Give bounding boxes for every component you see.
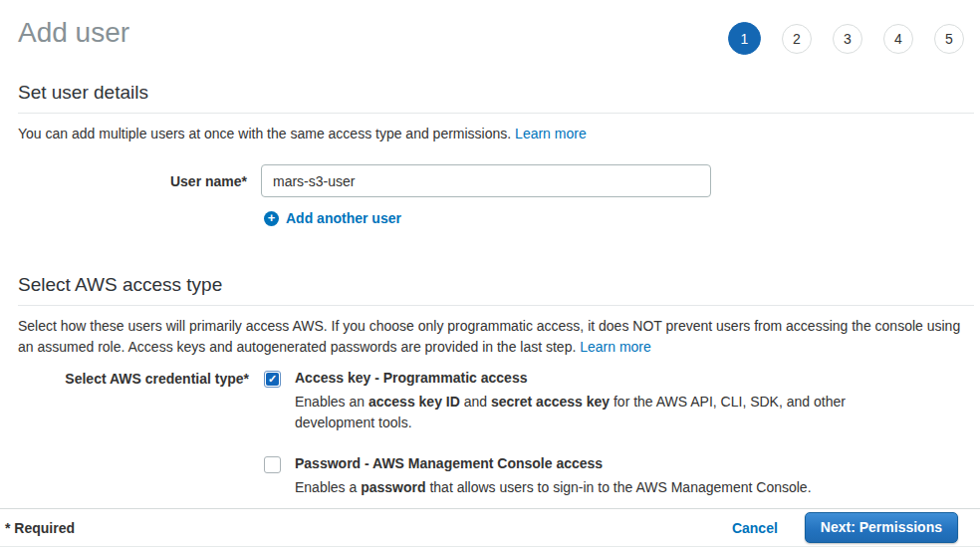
console-access-checkbox[interactable] [264,456,281,473]
select-access-type-section: Select AWS access type Select how these … [0,274,980,498]
credential-type-row: Select AWS credential type* ✓ Access key… [18,370,974,498]
programmatic-access-checkbox[interactable]: ✓ [264,371,281,388]
user-name-input[interactable] [261,164,711,197]
add-another-user-label[interactable]: Add another user [286,210,401,226]
desc-text-bold: access key ID [368,394,460,410]
required-note: * Required [5,520,75,536]
desc-text: Enables a [295,479,361,495]
step-1-badge: 1 [728,22,761,55]
wizard-step-indicator: 1 2 3 4 5 [728,22,964,55]
page-header: Add user 1 2 3 4 5 [0,0,980,55]
desc-text-bold: secret access key [491,394,610,410]
learn-more-link-access-type[interactable]: Learn more [580,339,651,355]
user-details-intro-text: You can add multiple users at once with … [18,126,511,141]
step-5-badge: 5 [934,24,964,54]
option-console-access: Password - AWS Management Console access… [264,455,849,498]
console-access-desc: Enables a password that allows users to … [295,477,812,498]
section-heading-access-type: Select AWS access type [18,274,974,306]
footer-actions: Cancel Next: Permissions [732,512,958,543]
credential-options: ✓ Access key - Programmatic access Enabl… [264,370,849,498]
desc-text: that allows users to sign-in to the AWS … [426,479,812,495]
user-details-intro: You can add multiple users at once with … [18,124,974,144]
access-type-intro: Select how these users will primarily ac… [18,316,974,358]
learn-more-link-user-details[interactable]: Learn more [515,126,587,141]
wizard-footer: * Required Cancel Next: Permissions [0,508,980,547]
console-access-text: Password - AWS Management Console access… [295,455,812,498]
step-3-badge: 3 [833,24,862,54]
checkmark-icon: ✓ [266,373,279,386]
next-permissions-button[interactable]: Next: Permissions [805,512,958,543]
step-2-badge: 2 [782,24,812,54]
set-user-details-section: Set user details You can add multiple us… [0,82,980,226]
plus-circle-icon[interactable]: + [264,211,279,226]
user-name-label: User name* [18,173,247,189]
option-programmatic-access: ✓ Access key - Programmatic access Enabl… [264,370,849,433]
programmatic-access-text: Access key - Programmatic access Enables… [295,370,849,433]
desc-text: Enables an [295,394,368,410]
add-another-user-link[interactable]: + Add another user [264,210,401,226]
credential-type-label: Select AWS credential type* [18,370,249,387]
programmatic-access-desc: Enables an access key ID and secret acce… [295,392,849,433]
step-4-badge: 4 [883,24,913,54]
programmatic-access-title[interactable]: Access key - Programmatic access [295,370,849,386]
access-type-intro-text: Select how these users will primarily ac… [18,318,960,355]
desc-text-bold: password [361,479,425,495]
section-heading-user-details: Set user details [18,82,974,114]
page-title: Add user [18,16,129,50]
console-access-title[interactable]: Password - AWS Management Console access [295,455,812,471]
user-name-row: User name* [18,164,974,197]
desc-text: and [460,394,491,410]
cancel-button[interactable]: Cancel [732,520,778,536]
